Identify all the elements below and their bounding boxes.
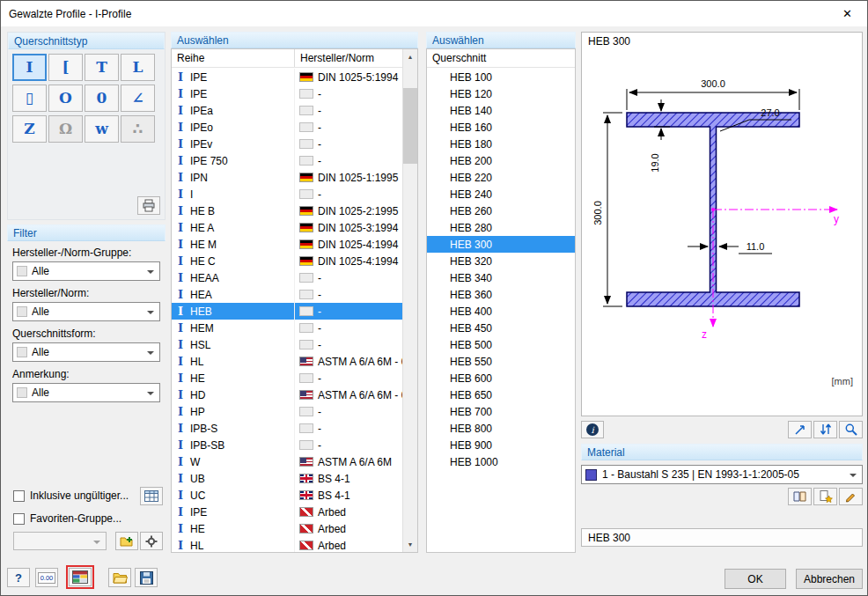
series-row[interactable]: I HE A DIN 1025-3:1994 (172, 219, 402, 236)
series-row[interactable]: I HP - (172, 403, 402, 420)
column-hersteller-norm[interactable]: Hersteller/Norm (294, 49, 417, 67)
series-row[interactable]: I HEM - (172, 320, 402, 336)
section-type-button[interactable]: ∴ (121, 115, 155, 143)
size-row[interactable]: HEB 200 (427, 152, 575, 169)
printer-button[interactable] (137, 196, 160, 215)
size-row[interactable]: HEB 1000 (427, 453, 575, 470)
favorites-checkbox[interactable] (13, 513, 25, 525)
chevron-down-icon[interactable] (147, 270, 154, 277)
section-type-button[interactable]: w (85, 115, 119, 143)
include-invalid-checkbox[interactable] (13, 490, 25, 502)
new-material-button[interactable] (813, 488, 837, 505)
size-row[interactable]: HEB 160 (427, 119, 575, 136)
filter-combobox[interactable]: Alle (12, 383, 160, 402)
chevron-down-icon[interactable] (147, 311, 154, 318)
size-row[interactable]: HEB 240 (427, 186, 575, 202)
series-row[interactable]: I UC BS 4-1 (172, 487, 402, 504)
material-combobox[interactable]: 1 - Baustahl S 235 | EN 1993-1-1:2005-05 (581, 465, 863, 484)
section-type-button[interactable]: ▯ (12, 85, 47, 112)
cancel-button[interactable]: Abbrechen (796, 569, 863, 589)
series-row[interactable]: I I - (172, 186, 402, 202)
series-row[interactable]: I HE M DIN 1025-4:1994 (172, 236, 402, 253)
size-row[interactable]: HEB 100 (427, 69, 575, 85)
column-querschnitt[interactable]: Querschnitt (427, 52, 549, 64)
series-row[interactable]: I HL Arbed (172, 537, 402, 553)
series-row[interactable]: I HL ASTM A 6/A 6M - 07 (172, 353, 402, 370)
chevron-down-icon[interactable] (147, 392, 154, 399)
close-icon[interactable]: ✕ (828, 1, 867, 26)
size-row[interactable]: HEB 120 (427, 85, 575, 102)
series-row[interactable]: I HE C DIN 1025-4:1994 (172, 253, 402, 269)
section-type-button[interactable]: L (121, 54, 155, 81)
series-row[interactable]: I IPEa - (172, 102, 402, 119)
size-row[interactable]: HEB 360 (427, 286, 575, 303)
size-row[interactable]: HEB 300 (427, 236, 575, 253)
section-name-field[interactable]: HEB 300 (581, 528, 863, 547)
series-row[interactable]: I HEA - (172, 286, 402, 303)
chevron-down-icon[interactable] (147, 351, 154, 358)
size-row[interactable]: HEB 450 (427, 320, 575, 336)
ok-button[interactable]: OK (725, 569, 786, 589)
filter-combobox[interactable]: Alle (12, 302, 160, 321)
series-row[interactable]: I HSL - (172, 336, 402, 353)
size-row[interactable]: HEB 220 (427, 169, 575, 186)
save-button[interactable] (135, 568, 158, 587)
material-library-button[interactable] (788, 488, 812, 505)
filter-combobox[interactable]: Alle (12, 342, 160, 362)
dimensioning-button[interactable] (788, 421, 812, 438)
series-row[interactable]: I HD ASTM A 6/A 6M - 07 (172, 386, 402, 403)
series-row[interactable]: I IPE Arbed (172, 504, 402, 520)
size-row[interactable]: HEB 280 (427, 219, 575, 236)
scrollbar-thumb[interactable] (403, 88, 417, 164)
series-row[interactable]: I IPE 750 - (172, 152, 402, 169)
edit-material-button[interactable] (839, 488, 863, 505)
info-button[interactable]: i (581, 421, 604, 438)
series-scrollbar[interactable]: ▲ ▼ (402, 49, 417, 552)
series-row[interactable]: I IPB-S - (172, 420, 402, 437)
units-settings-button[interactable] (69, 568, 92, 586)
scroll-down-icon[interactable]: ▼ (403, 537, 417, 552)
column-reihe[interactable]: Reihe (172, 52, 294, 64)
open-button[interactable] (108, 568, 131, 587)
series-row[interactable]: I IPN DIN 1025-1:1995 (172, 169, 402, 186)
chevron-down-icon[interactable] (850, 474, 857, 481)
flip-view-button[interactable] (813, 421, 837, 438)
series-row[interactable]: I IPB-SB - (172, 437, 402, 453)
scroll-up-icon[interactable]: ▲ (403, 49, 417, 64)
size-row[interactable]: HEB 800 (427, 420, 575, 437)
chevron-down-icon[interactable] (93, 541, 100, 548)
help-button[interactable]: ? (7, 568, 30, 587)
size-row[interactable]: HEB 260 (427, 202, 575, 219)
series-row[interactable]: I HEB - (172, 303, 402, 320)
size-row[interactable]: HEB 550 (427, 353, 575, 370)
section-type-button[interactable]: T (85, 54, 119, 81)
calculator-button[interactable]: 0.00 (35, 568, 58, 587)
series-row[interactable]: I IPE - (172, 85, 402, 102)
new-favorites-group-button[interactable] (115, 532, 138, 550)
zoom-button[interactable] (839, 421, 863, 438)
series-row[interactable]: I IPEv - (172, 136, 402, 152)
size-row[interactable]: HEB 140 (427, 102, 575, 119)
series-row[interactable]: I IPEo - (172, 119, 402, 136)
series-row[interactable]: I HE Arbed (172, 520, 402, 537)
invalid-table-button[interactable] (140, 487, 163, 505)
manage-favorites-button[interactable] (140, 532, 163, 550)
section-type-button[interactable]: Z (12, 115, 47, 143)
size-row[interactable]: HEB 900 (427, 437, 575, 453)
section-type-button[interactable]: I (12, 54, 47, 81)
section-type-button[interactable]: Ω (48, 115, 83, 143)
size-row[interactable]: HEB 500 (427, 336, 575, 353)
series-row[interactable]: I IPE DIN 1025-5:1994 (172, 69, 402, 85)
series-row[interactable]: I HE - (172, 370, 402, 386)
section-type-button[interactable]: ∠ (121, 85, 155, 112)
section-type-button[interactable]: [ (48, 54, 83, 81)
size-row[interactable]: HEB 400 (427, 303, 575, 320)
series-row[interactable]: I UB BS 4-1 (172, 470, 402, 487)
series-row[interactable]: I W ASTM A 6/A 6M (172, 453, 402, 470)
size-row[interactable]: HEB 320 (427, 253, 575, 269)
filter-combobox[interactable]: Alle (12, 261, 160, 281)
series-row[interactable]: I HE B DIN 1025-2:1995 (172, 202, 402, 219)
series-row[interactable]: I HEAA - (172, 269, 402, 286)
favorites-group-combobox[interactable] (13, 532, 107, 550)
size-row[interactable]: HEB 650 (427, 386, 575, 403)
